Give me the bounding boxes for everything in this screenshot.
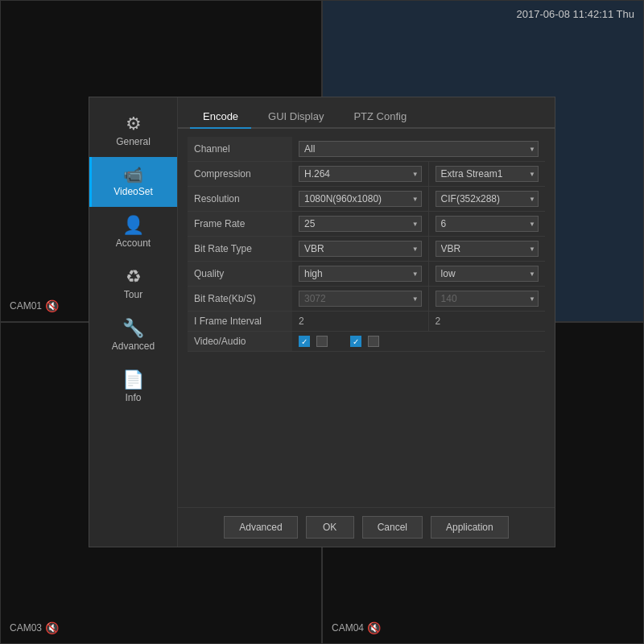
row-i-frame-interval: I Frame Interval 2 2 — [188, 312, 545, 332]
sidebar-item-videoset[interactable]: 📹 VideoSet — [89, 157, 177, 207]
quality-left-select[interactable]: high medium low — [299, 266, 422, 282]
main-dialog: ⚙ General 📹 VideoSet 👤 Account ♻ Tour 🔧 … — [89, 97, 555, 547]
row-channel: Channel All CH1 CH2 — [188, 137, 545, 162]
row-resolution: Resolution 1080N(960x1080) 720P — [188, 187, 545, 212]
videoset-icon: 📹 — [123, 167, 143, 183]
checkbox-video2[interactable]: ✓ — [350, 336, 361, 347]
val-compression-right: Extra Stream1 Extra Stream2 — [428, 162, 545, 187]
val-bit-rate-type-right: VBR CBR — [428, 237, 545, 262]
encode-table-area: Channel All CH1 CH2 — [178, 129, 555, 507]
label-bit-rate: Bit Rate(Kb/S) — [188, 287, 292, 312]
row-quality: Quality high medium low — [188, 262, 545, 287]
val-compression: H.264 H.265 — [292, 162, 428, 187]
cancel-button[interactable]: Cancel — [362, 516, 423, 539]
bit-rate-type-left-select[interactable]: VBR CBR — [299, 241, 422, 257]
sidebar-item-advanced[interactable]: 🔧 Advanced — [89, 310, 177, 361]
compression-right-wrapper[interactable]: Extra Stream1 Extra Stream2 — [436, 166, 539, 182]
sidebar-item-info[interactable]: 📄 Info — [89, 361, 177, 413]
tab-ptz-config[interactable]: PTZ Config — [341, 105, 419, 129]
tab-gui-display[interactable]: GUI Display — [255, 105, 336, 129]
compression-left-wrapper[interactable]: H.264 H.265 — [299, 166, 422, 182]
info-icon: 📄 — [122, 371, 144, 389]
val-resolution-right: CIF(352x288) QCIF — [428, 187, 545, 212]
cam01-mic-icon: 🔇 — [45, 299, 59, 312]
resolution-right-wrapper[interactable]: CIF(352x288) QCIF — [436, 191, 539, 207]
resolution-right-select[interactable]: CIF(352x288) QCIF — [436, 191, 539, 207]
bit-rate-right-wrapper[interactable]: 140 — [436, 291, 539, 307]
sidebar-label-videoset: VideoSet — [114, 186, 153, 197]
label-resolution: Resolution — [188, 187, 292, 212]
general-icon: ⚙ — [126, 115, 142, 133]
frame-rate-right-select[interactable]: 6 5 4 — [436, 216, 539, 232]
label-frame-rate: Frame Rate — [188, 212, 292, 237]
val-i-frame-right: 2 — [428, 312, 545, 332]
sidebar: ⚙ General 📹 VideoSet 👤 Account ♻ Tour 🔧 … — [89, 97, 178, 547]
sidebar-label-advanced: Advanced — [112, 341, 155, 352]
val-bit-rate-left: 3072 — [292, 287, 428, 312]
bit-rate-left-wrapper[interactable]: 3072 — [299, 291, 422, 307]
bit-rate-type-right-select[interactable]: VBR CBR — [436, 241, 539, 257]
checkbox-group: ✓ ✓ — [299, 336, 539, 347]
advanced-button[interactable]: Advanced — [224, 516, 297, 539]
sidebar-item-tour[interactable]: ♻ Tour — [89, 258, 177, 310]
cam03-label: CAM03 🔇 — [10, 621, 59, 634]
sidebar-item-account[interactable]: 👤 Account — [89, 207, 177, 258]
quality-left-wrapper[interactable]: high medium low — [299, 266, 422, 282]
i-frame-right-value: 2 — [436, 316, 441, 327]
cam04-mic-icon: 🔇 — [367, 621, 381, 634]
sidebar-label-info: Info — [125, 392, 141, 403]
checkbox-video1[interactable]: ✓ — [299, 336, 310, 347]
right-panel: Encode GUI Display PTZ Config Channel Al… — [178, 97, 555, 547]
i-frame-left-value: 2 — [299, 316, 304, 327]
row-bit-rate-type: Bit Rate Type VBR CBR — [188, 237, 545, 262]
sidebar-item-general[interactable]: ⚙ General — [89, 105, 177, 157]
cam03-mic-icon: 🔇 — [45, 621, 59, 634]
encode-table: Channel All CH1 CH2 — [188, 137, 545, 352]
label-video-audio: Video/Audio — [188, 332, 292, 352]
bit-rate-type-right-wrapper[interactable]: VBR CBR — [436, 241, 539, 257]
val-bit-rate-right: 140 — [428, 287, 545, 312]
bit-rate-left-select[interactable]: 3072 — [299, 291, 422, 307]
val-i-frame-left: 2 — [292, 312, 428, 332]
val-resolution-left: 1080N(960x1080) 720P — [292, 187, 428, 212]
row-bit-rate: Bit Rate(Kb/S) 3072 140 — [188, 287, 545, 312]
account-icon: 👤 — [122, 217, 144, 234]
channel-select-wrapper[interactable]: All CH1 CH2 — [299, 141, 539, 157]
label-channel: Channel — [188, 137, 292, 162]
cam01-label: CAM01 🔇 — [10, 299, 59, 312]
frame-rate-left-wrapper[interactable]: 25 15 10 — [299, 216, 422, 232]
channel-select[interactable]: All CH1 CH2 — [299, 141, 539, 157]
frame-rate-right-wrapper[interactable]: 6 5 4 — [436, 216, 539, 232]
val-bit-rate-type-left: VBR CBR — [292, 237, 428, 262]
footer-buttons: Advanced OK Cancel Application — [178, 507, 555, 547]
checkbox-audio1[interactable] — [316, 336, 328, 347]
ok-button[interactable]: OK — [306, 516, 354, 539]
compression-left-select[interactable]: H.264 H.265 — [299, 166, 422, 182]
bit-rate-type-left-wrapper[interactable]: VBR CBR — [299, 241, 422, 257]
val-frame-rate-right: 6 5 4 — [428, 212, 545, 237]
quality-right-wrapper[interactable]: low medium high — [436, 266, 539, 282]
resolution-left-wrapper[interactable]: 1080N(960x1080) 720P — [299, 191, 422, 207]
tour-icon: ♻ — [126, 268, 142, 286]
val-channel: All CH1 CH2 — [292, 137, 545, 162]
tab-encode[interactable]: Encode — [190, 105, 251, 129]
advanced-icon: 🔧 — [122, 320, 144, 337]
datetime-display: 2017-06-08 11:42:11 Thu — [517, 8, 635, 20]
cam04-label: CAM04 🔇 — [332, 621, 381, 634]
frame-rate-left-select[interactable]: 25 15 10 — [299, 216, 422, 232]
bit-rate-right-select[interactable]: 140 — [436, 291, 539, 307]
val-frame-rate-left: 25 15 10 — [292, 212, 428, 237]
row-compression: Compression H.264 H.265 — [188, 162, 545, 187]
quality-right-select[interactable]: low medium high — [436, 266, 539, 282]
application-button[interactable]: Application — [431, 516, 509, 539]
val-video-audio: ✓ ✓ — [292, 332, 545, 352]
resolution-left-select[interactable]: 1080N(960x1080) 720P — [299, 191, 422, 207]
compression-right-select[interactable]: Extra Stream1 Extra Stream2 — [436, 166, 539, 182]
row-frame-rate: Frame Rate 25 15 10 — [188, 212, 545, 237]
sidebar-label-tour: Tour — [124, 289, 142, 300]
val-quality-left: high medium low — [292, 262, 428, 287]
checkbox-audio2[interactable] — [368, 336, 379, 347]
val-quality-right: low medium high — [428, 262, 545, 287]
tab-bar: Encode GUI Display PTZ Config — [178, 97, 555, 129]
label-compression: Compression — [188, 162, 292, 187]
